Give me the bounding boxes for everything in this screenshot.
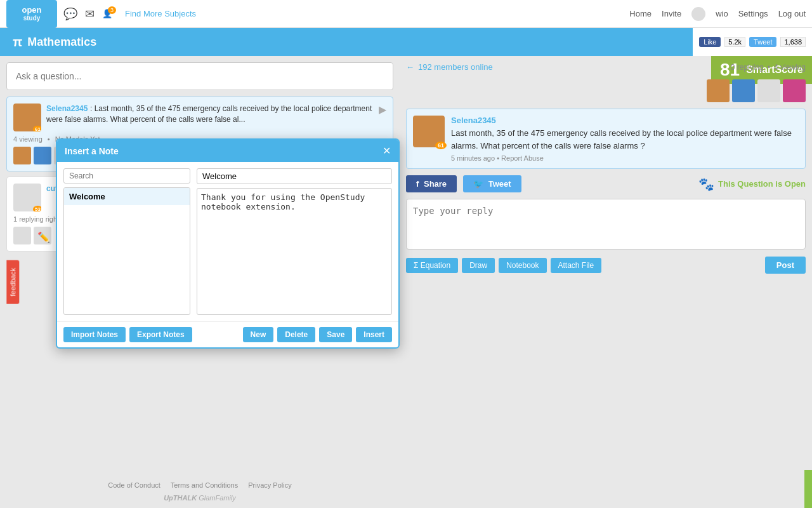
save-note-button[interactable]: Save <box>319 327 352 342</box>
logout-link[interactable]: Log out <box>778 9 806 18</box>
open-text: This Question is Open <box>718 179 806 189</box>
code-of-conduct-link[interactable]: Code of Conduct <box>108 481 160 489</box>
terms-link[interactable]: Terms and Conditions <box>171 481 238 489</box>
share-buttons: f Share 🐦 Tweet <box>406 175 521 192</box>
question-meta-dot: • <box>497 154 499 162</box>
main-area: 61 Selena2345 : Last month, 35 of the 47… <box>0 56 812 508</box>
draw-button[interactable]: Draw <box>462 258 495 273</box>
viewer-thumb-1 <box>13 147 31 164</box>
user-avatar-small <box>691 7 705 21</box>
invite-link[interactable]: Invite <box>662 9 681 18</box>
play-button-1[interactable]: ▶ <box>379 104 386 116</box>
notebook-button[interactable]: Notebook <box>499 258 546 273</box>
top-nav: open study 💬 ✉ 👤 3 Find More Subjects Ho… <box>0 0 812 28</box>
viewer-strip <box>406 79 806 102</box>
twitter-tweet-button[interactable]: 🐦 Tweet <box>463 175 521 192</box>
site-footer: Code of Conduct Terms and Conditions Pri… <box>0 481 400 489</box>
new-note-button[interactable]: New <box>243 327 274 342</box>
tweet-button-social[interactable]: Tweet <box>749 37 776 47</box>
main-question-badge: 61 <box>435 142 447 149</box>
find-more-subjects[interactable]: Find More Subjects <box>125 9 196 18</box>
members-bar: ← 192 members online <box>406 62 493 72</box>
banner-row: π Mathematics Like 5.2k Tweet 1,638 81 S… <box>0 28 812 56</box>
green-sidebar <box>804 470 812 508</box>
social-bar: Like 5.2k Tweet 1,638 <box>693 28 812 56</box>
fb-like-button[interactable]: Like <box>699 37 721 47</box>
ask-question-input[interactable] <box>6 62 393 90</box>
mail-icon[interactable]: ✉ <box>85 7 95 21</box>
card-content-1: Selena2345 : Last month, 35 of the 475 e… <box>46 104 374 125</box>
fb-icon: f <box>416 179 419 189</box>
reply-input[interactable] <box>406 199 806 250</box>
replying-count: 0 replying <box>731 63 764 72</box>
viewing-count: 4 viewing <box>774 63 806 72</box>
settings-link[interactable]: Settings <box>738 9 768 18</box>
attach-file-button[interactable]: Attach File <box>551 258 602 273</box>
export-notes-button[interactable]: Export Notes <box>129 327 192 342</box>
open-label: 🐾 This Question is Open <box>698 177 806 192</box>
viewer-thumb-2-1 <box>13 227 31 244</box>
card-username-1[interactable]: Selena2345 <box>46 104 88 113</box>
pi-symbol: π <box>13 35 22 50</box>
insert-note-button[interactable]: Insert <box>356 327 392 342</box>
share-row: f Share 🐦 Tweet 🐾 This Question is Open <box>406 175 806 192</box>
main-question-text: Last month, 35 of the 475 emergency call… <box>451 127 799 152</box>
main-question-meta: 5 minutes ago • Report Abuse <box>451 154 799 162</box>
delete-note-button[interactable]: Delete <box>277 327 315 342</box>
tw-icon: 🐦 <box>473 179 483 189</box>
notes-search-input[interactable] <box>63 168 190 184</box>
avatar-badge-2: 53 <box>33 206 41 211</box>
modal-header: Insert a Note ✕ <box>57 140 398 162</box>
main-question-user[interactable]: Selena2345 <box>451 116 496 125</box>
report-abuse-link[interactable]: Report Abuse <box>501 154 544 162</box>
privacy-link[interactable]: Privacy Policy <box>248 481 291 489</box>
modal-footer: Import Notes Export Notes New Delete Sav… <box>57 321 398 347</box>
avatar-selena: 61 <box>13 104 41 131</box>
footer-left-buttons: Import Notes Export Notes <box>63 327 192 342</box>
tweet-count: 1,638 <box>780 37 806 47</box>
facebook-share-button[interactable]: f Share <box>406 175 457 192</box>
members-count: 192 members online <box>418 62 493 72</box>
viewing-bar: 0 replying • 4 viewing <box>731 63 806 72</box>
modal-body: Welcome Thank you for using the OpenStud… <box>57 162 398 321</box>
import-notes-button[interactable]: Import Notes <box>63 327 126 342</box>
viewer-thumb-r3 <box>757 79 780 102</box>
main-question-avatar: 61 <box>413 116 445 147</box>
avatar-badge-1: 61 <box>33 126 41 131</box>
viewer-thumb-r1 <box>707 79 730 102</box>
feedback-tab[interactable]: feedback <box>6 260 19 304</box>
main-question-box: 61 Selena2345 Last month, 35 of the 475 … <box>406 109 806 169</box>
equation-button[interactable]: Σ Equation <box>406 258 458 273</box>
note-title-input[interactable] <box>197 168 392 184</box>
nav-icons: 💬 ✉ 👤 3 <box>63 7 112 21</box>
viewer-thumb-2-2: ✏️ <box>34 227 51 244</box>
viewer-thumb-2 <box>34 147 51 164</box>
tweet-label: Tweet <box>488 179 511 189</box>
like-count: 5.2k <box>724 37 745 47</box>
card-dot-1: • <box>48 135 50 143</box>
brand-footer: UpTHALK GlamFamily <box>0 494 400 502</box>
right-panel: ← 192 members online 0 replying • 4 view… <box>400 56 812 508</box>
share-label: Share <box>424 179 447 189</box>
card-colon-1: : <box>90 104 95 113</box>
username-link[interactable]: wio <box>716 9 728 18</box>
viewer-thumb-r4 <box>783 79 806 102</box>
note-item-welcome[interactable]: Welcome <box>64 188 190 205</box>
math-banner: π Mathematics <box>0 28 693 56</box>
home-link[interactable]: Home <box>629 9 652 18</box>
open-icon: 🐾 <box>698 177 714 192</box>
notification-badge: 3 <box>108 6 116 14</box>
note-text-area[interactable]: Thank you for using the OpenStudy notebo… <box>197 188 392 315</box>
modal-close-button[interactable]: ✕ <box>383 145 391 157</box>
logo[interactable]: open study <box>6 0 57 28</box>
stats-row: ← 192 members online 0 replying • 4 view… <box>406 62 806 77</box>
reply-tools: Σ Equation Draw Notebook Attach File Pos… <box>406 257 806 274</box>
brand-glam: GlamFamily <box>199 494 236 502</box>
card-header-1: 61 Selena2345 : Last month, 35 of the 47… <box>13 104 386 131</box>
card-viewing-1: 4 viewing <box>13 135 43 143</box>
note-content-panel: Thank you for using the OpenStudy notebo… <box>197 168 392 315</box>
chat-icon[interactable]: 💬 <box>63 7 77 21</box>
user-icon-wrapper[interactable]: 👤 3 <box>102 9 112 18</box>
insert-note-modal: Insert a Note ✕ Welcome Thank you for us… <box>56 138 400 349</box>
post-button[interactable]: Post <box>765 257 806 274</box>
